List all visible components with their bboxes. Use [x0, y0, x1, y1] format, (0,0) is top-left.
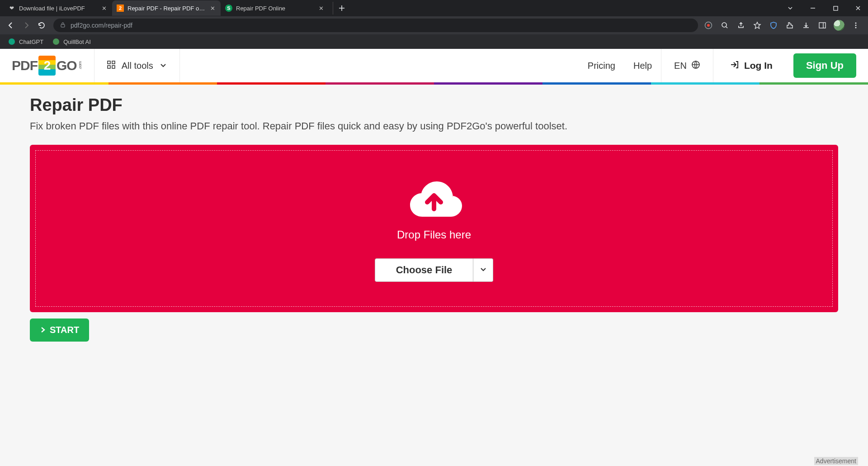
language-selector[interactable]: EN [661, 49, 713, 82]
browser-toolbar: pdf2go.com/repair-pdf [0, 16, 868, 34]
profile-avatar[interactable] [834, 20, 844, 31]
all-tools-label: All tools [122, 61, 153, 71]
star-icon[interactable] [752, 20, 762, 30]
site-logo[interactable]: PDF 2 GO .com [0, 49, 94, 82]
svg-point-13 [9, 38, 15, 45]
close-icon[interactable]: ✕ [209, 5, 216, 12]
toolbar-actions [703, 20, 863, 31]
below-fold-spacer [0, 342, 868, 432]
bookmarks-bar: ChatGPT QuillBot AI [0, 34, 868, 49]
login-button[interactable]: Log In [713, 49, 789, 82]
maximize-icon[interactable] [829, 2, 842, 14]
site-header: PDF 2 GO .com All tools Pricing Help [0, 49, 868, 82]
advertisement-label: Advertisement [814, 457, 858, 465]
all-tools-menu[interactable]: All tools [94, 49, 179, 82]
chevron-down-icon [480, 266, 487, 275]
tab-title: Repair PDF Online [236, 5, 314, 12]
logo-text-com: .com [78, 62, 82, 69]
pricing-label: Pricing [588, 61, 615, 71]
logo-text-pdf: PDF [12, 58, 38, 73]
login-icon [730, 60, 740, 72]
svg-text:2: 2 [119, 5, 122, 11]
choose-file-label: Choose File [396, 264, 453, 276]
svg-rect-18 [112, 66, 115, 68]
kebab-menu-icon[interactable] [851, 20, 861, 30]
bookmark-label: ChatGPT [19, 38, 43, 45]
spacer [179, 49, 579, 82]
svg-rect-17 [108, 66, 110, 68]
start-label: START [50, 325, 79, 335]
globe-icon [691, 60, 700, 71]
svg-text:S: S [227, 5, 230, 11]
choose-file-group: Choose File [375, 258, 494, 282]
choose-file-dropdown[interactable] [473, 258, 493, 282]
pdf2go-favicon-icon: 2 [117, 5, 124, 12]
chatgpt-icon [8, 38, 15, 45]
tab-title: Repair PDF - Repair PDF online & [127, 5, 205, 12]
svg-point-7 [707, 24, 710, 27]
close-icon[interactable]: ✕ [100, 5, 108, 12]
svg-point-10 [855, 23, 857, 24]
forward-button[interactable] [20, 19, 33, 32]
pricing-link[interactable]: Pricing [579, 49, 624, 82]
downloads-icon[interactable] [801, 20, 811, 30]
dropzone-inner: Drop Files here Choose File [35, 150, 833, 307]
reload-button[interactable] [35, 19, 48, 32]
chevron-right-icon [40, 325, 46, 335]
chevron-down-icon[interactable] [784, 2, 797, 14]
tab-title: Download file | iLovePDF [19, 5, 97, 12]
cloud-upload-icon [402, 175, 466, 220]
zoom-icon[interactable] [720, 20, 730, 30]
minimize-icon[interactable] [807, 2, 819, 14]
google-icon[interactable] [703, 20, 713, 30]
tab-sejda[interactable]: S Repair PDF Online ✕ [221, 0, 329, 16]
svg-rect-4 [834, 6, 838, 10]
close-window-icon[interactable] [852, 2, 864, 14]
drop-text: Drop Files here [397, 228, 471, 241]
file-dropzone[interactable]: Drop Files here Choose File [30, 145, 838, 312]
grid-icon [107, 61, 115, 71]
url-text: pdf2go.com/repair-pdf [71, 22, 132, 29]
svg-rect-9 [819, 23, 826, 28]
start-button[interactable]: START [30, 319, 89, 342]
bookmark-label: QuillBot AI [63, 38, 91, 45]
sidepanel-icon[interactable] [817, 20, 827, 30]
choose-file-button[interactable]: Choose File [375, 258, 474, 282]
svg-point-8 [722, 23, 726, 27]
help-label: Help [633, 61, 652, 71]
page-title: Repair PDF [30, 95, 838, 115]
svg-rect-15 [108, 61, 110, 64]
back-button[interactable] [5, 19, 17, 32]
sejda-favicon-icon: S [225, 5, 232, 12]
svg-rect-5 [61, 24, 65, 27]
svg-point-11 [855, 25, 857, 26]
lock-icon [60, 22, 66, 29]
main-content: Repair PDF Fix broken PDF files with thi… [0, 85, 868, 342]
share-icon[interactable] [736, 20, 746, 30]
language-code: EN [674, 61, 687, 71]
heart-icon: ❤ [8, 5, 15, 12]
tab-pdf2go[interactable]: 2 Repair PDF - Repair PDF online & ✕ [112, 0, 221, 16]
window-controls [784, 2, 864, 14]
svg-rect-16 [112, 61, 115, 64]
page-scroll[interactable]: PDF 2 GO .com All tools Pricing Help [0, 49, 868, 466]
extensions-icon[interactable] [785, 20, 795, 30]
shield-icon[interactable] [769, 20, 778, 30]
quillbot-icon [52, 38, 60, 45]
new-tab-button[interactable] [333, 2, 345, 14]
address-bar[interactable]: pdf2go.com/repair-pdf [53, 19, 698, 32]
tab-strip: ❤ Download file | iLovePDF ✕ 2 Repair PD… [0, 0, 868, 16]
close-icon[interactable]: ✕ [317, 5, 325, 12]
signup-button[interactable]: Sign Up [793, 53, 856, 78]
bookmark-quillbot[interactable]: QuillBot AI [52, 38, 91, 45]
browser-chrome: ❤ Download file | iLovePDF ✕ 2 Repair PD… [0, 0, 868, 49]
login-label: Log In [744, 60, 773, 71]
logo-badge-2: 2 [38, 56, 56, 76]
chevron-down-icon [160, 61, 167, 71]
svg-point-12 [855, 27, 857, 29]
bookmark-chatgpt[interactable]: ChatGPT [8, 38, 43, 45]
help-link[interactable]: Help [624, 49, 661, 82]
tab-ilovepdf[interactable]: ❤ Download file | iLovePDF ✕ [4, 0, 112, 16]
page-viewport: PDF 2 GO .com All tools Pricing Help [0, 49, 868, 466]
page-subtitle: Fix broken PDF files with this online PD… [30, 119, 838, 133]
